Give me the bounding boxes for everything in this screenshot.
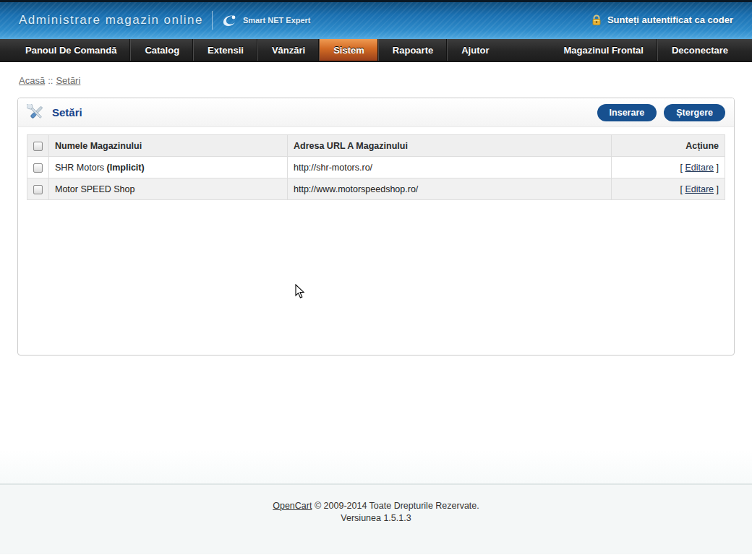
- brand-divider: [212, 11, 213, 30]
- row-checkbox[interactable]: [33, 163, 43, 173]
- store-name: SHR Motors: [55, 163, 104, 173]
- column-header-name: Numele Magazinului: [49, 135, 288, 157]
- main-nav: Panoul De Comandă Catalog Extensii Vânză…: [0, 39, 752, 62]
- column-header-action: Acțiune: [612, 135, 725, 157]
- store-action-cell: [ Editare ]: [612, 157, 725, 178]
- brand-logo: Smart NET Expert: [221, 13, 311, 27]
- opencart-admin-page: Administrare magazin online Smart NET Ex…: [0, 0, 752, 560]
- nav-item-magazinul-frontal[interactable]: Magazinul Frontal: [550, 39, 657, 61]
- nav-item-panoul-de-comanda[interactable]: Panoul De Comandă: [12, 39, 130, 61]
- lock-icon: [591, 14, 602, 26]
- tools-icon: [27, 104, 46, 121]
- bracket-close: ]: [717, 163, 719, 173]
- delete-button[interactable]: Ștergere: [664, 104, 725, 121]
- nav-left: Panoul De Comandă Catalog Extensii Vânză…: [0, 39, 503, 61]
- swoosh-logo-icon: [221, 13, 240, 27]
- table-header-row: Numele Magazinului Adresa URL A Magazinu…: [27, 135, 725, 157]
- row-checkbox-cell: [27, 178, 49, 200]
- nav-item-vanzari[interactable]: Vânzări: [257, 39, 319, 61]
- row-checkbox[interactable]: [33, 185, 43, 194]
- panel-buttons: Inserare Ștergere: [597, 104, 725, 121]
- nav-item-ajutor[interactable]: Ajutor: [447, 39, 503, 61]
- footer-version: Versiunea 1.5.1.3: [341, 513, 411, 523]
- top-header: Administrare magazin online Smart NET Ex…: [0, 0, 752, 39]
- column-header-url: Adresa URL A Magazinului: [288, 135, 612, 157]
- nav-item-catalog[interactable]: Catalog: [130, 39, 193, 61]
- store-action-cell: [ Editare ]: [612, 178, 725, 200]
- store-name-default-tag: (Implicit): [107, 163, 145, 173]
- bracket-open: [: [680, 163, 682, 173]
- opencart-link[interactable]: OpenCart: [273, 501, 312, 511]
- nav-right: Magazinul Frontal Deconectare: [550, 39, 752, 61]
- edit-link[interactable]: Editare: [685, 184, 714, 194]
- app-title: Administrare magazin online: [19, 13, 203, 27]
- nav-item-deconectare[interactable]: Deconectare: [657, 39, 742, 61]
- bracket-close: ]: [717, 184, 719, 194]
- breadcrumb-home-link[interactable]: Acasă: [19, 75, 45, 86]
- row-checkbox-cell: [27, 157, 49, 178]
- copyright-text: © 2009-2014 Toate Drepturile Rezervate.: [315, 501, 479, 511]
- select-all-checkbox[interactable]: [33, 142, 43, 151]
- store-url-cell: http://shr-motors.ro/: [288, 157, 612, 178]
- stores-table: Numele Magazinului Adresa URL A Magazinu…: [27, 134, 725, 200]
- logo-text: Smart NET Expert: [243, 16, 311, 25]
- table-row: SHR Motors (Implicit) http://shr-motors.…: [27, 157, 725, 178]
- brand-area: Administrare magazin online Smart NET Ex…: [19, 11, 311, 30]
- settings-panel: Setări Inserare Ștergere Numele Magazinu…: [17, 98, 735, 356]
- panel-heading: Setări Inserare Ștergere: [18, 98, 734, 127]
- footer: OpenCart © 2009-2014 Toate Drepturile Re…: [0, 485, 752, 560]
- login-status: Sunteți autentificat ca coder: [591, 14, 733, 26]
- store-url-cell: http://www.motorspeedshop.ro/: [288, 178, 612, 200]
- header-checkbox-cell: [27, 135, 49, 157]
- store-name: Motor SPEED Shop: [55, 184, 134, 194]
- panel-title: Setări: [52, 106, 82, 119]
- content-area: Acasă::Setări Setări Inserare Ș: [0, 62, 752, 485]
- store-name-cell: SHR Motors (Implicit): [49, 157, 288, 178]
- nav-item-rapoarte[interactable]: Rapoarte: [378, 39, 447, 61]
- bracket-open: [: [680, 184, 682, 194]
- nav-item-extensii[interactable]: Extensii: [193, 39, 257, 61]
- panel-body: Numele Magazinului Adresa URL A Magazinu…: [18, 127, 734, 207]
- insert-button[interactable]: Inserare: [597, 104, 657, 121]
- nav-item-sistem[interactable]: Sistem: [319, 39, 378, 61]
- table-row: Motor SPEED Shop http://www.motorspeedsh…: [27, 178, 725, 200]
- login-status-text: Sunteți autentificat ca coder: [607, 14, 733, 25]
- footer-copyright-line: OpenCart © 2009-2014 Toate Drepturile Re…: [273, 501, 479, 511]
- breadcrumb: Acasă::Setări: [19, 75, 735, 86]
- breadcrumb-current-link[interactable]: Setări: [56, 75, 80, 86]
- store-name-cell: Motor SPEED Shop: [49, 178, 288, 200]
- breadcrumb-separator: ::: [48, 75, 53, 86]
- edit-link[interactable]: Editare: [685, 163, 714, 173]
